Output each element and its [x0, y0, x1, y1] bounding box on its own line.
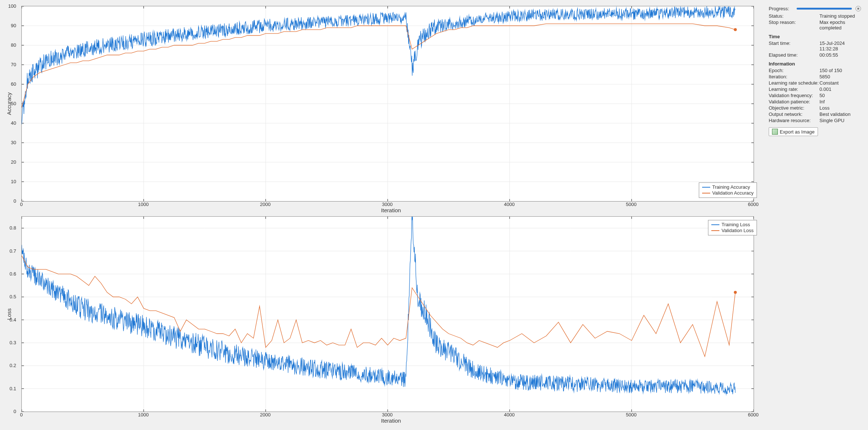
- loss-legend: Training Loss Validation Loss: [708, 220, 757, 235]
- epoch-label: Epoch:: [769, 67, 819, 74]
- export-label: Export as Image: [780, 129, 815, 135]
- accuracy-legend: Training Accuracy Validation Accuracy: [699, 182, 757, 198]
- iteration-label: Iteration:: [769, 74, 819, 80]
- stop-reason-label: Stop reason:: [769, 19, 819, 31]
- accuracy-yticks: 0102030405060708090100: [18, 6, 21, 202]
- stop-reason-value: Max epochs completed: [819, 19, 861, 31]
- start-time-label: Start time:: [769, 40, 819, 52]
- hardware-label: Hardware resource:: [769, 117, 819, 124]
- export-icon: [772, 129, 778, 135]
- legend-swatch-train: [711, 224, 719, 225]
- start-time-value: 15-Jul-2024 11:32:28: [819, 40, 861, 52]
- loss-yticks: 00.10.20.30.40.50.60.70.8: [18, 216, 21, 412]
- lr-label: Learning rate:: [769, 86, 819, 92]
- progress-bar: [797, 8, 852, 10]
- accuracy-chart: Accuracy Iteration 010203040506070809010…: [21, 6, 761, 202]
- output-net-value: Best validation: [819, 111, 851, 117]
- info-panel: Progress: Status:Training stopped Stop r…: [761, 4, 865, 426]
- iteration-value: 5850: [819, 74, 851, 80]
- val-patience-value: Inf: [819, 99, 851, 105]
- legend-label-train-acc: Training Accuracy: [712, 184, 750, 190]
- charts-panel: Accuracy Iteration 010203040506070809010…: [3, 4, 761, 426]
- stop-button[interactable]: [855, 6, 861, 11]
- time-header: Time: [769, 34, 861, 39]
- lr-schedule-label: Learning rate schedule:: [769, 80, 819, 86]
- loss-xticks: 0100020003000400050006000: [21, 412, 761, 419]
- output-net-label: Output network:: [769, 111, 819, 117]
- legend-label-val-acc: Validation Accuracy: [712, 190, 754, 196]
- epoch-value: 150 of 150: [819, 67, 851, 74]
- legend-swatch-val: [711, 230, 719, 231]
- legend-label-val-loss: Validation Loss: [722, 228, 754, 234]
- val-freq-label: Validation frequency:: [769, 92, 819, 99]
- status-value: Training stopped: [819, 13, 861, 19]
- objective-value: Loss: [819, 105, 851, 111]
- hardware-value: Single GPU: [819, 117, 851, 124]
- loss-chart: Loss Iteration 00.10.20.30.40.50.60.70.8…: [21, 216, 761, 412]
- lr-schedule-value: Constant: [819, 80, 851, 86]
- objective-label: Objective metric:: [769, 105, 819, 111]
- lr-value: 0.001: [819, 86, 851, 92]
- export-image-button[interactable]: Export as Image: [769, 127, 818, 136]
- legend-swatch-train: [702, 187, 710, 188]
- stop-icon: [857, 8, 859, 10]
- accuracy-xticks: 0100020003000400050006000: [21, 202, 761, 209]
- elapsed-time-label: Elapsed time:: [769, 52, 819, 58]
- elapsed-time-value: 00:05:55: [819, 52, 861, 58]
- progress-label: Progress:: [769, 6, 793, 11]
- legend-label-train-loss: Training Loss: [722, 222, 750, 228]
- val-patience-label: Validation patience:: [769, 99, 819, 105]
- legend-swatch-val: [702, 193, 710, 193]
- status-label: Status:: [769, 13, 819, 19]
- info-header: Information: [769, 61, 861, 67]
- val-freq-value: 50: [819, 92, 851, 99]
